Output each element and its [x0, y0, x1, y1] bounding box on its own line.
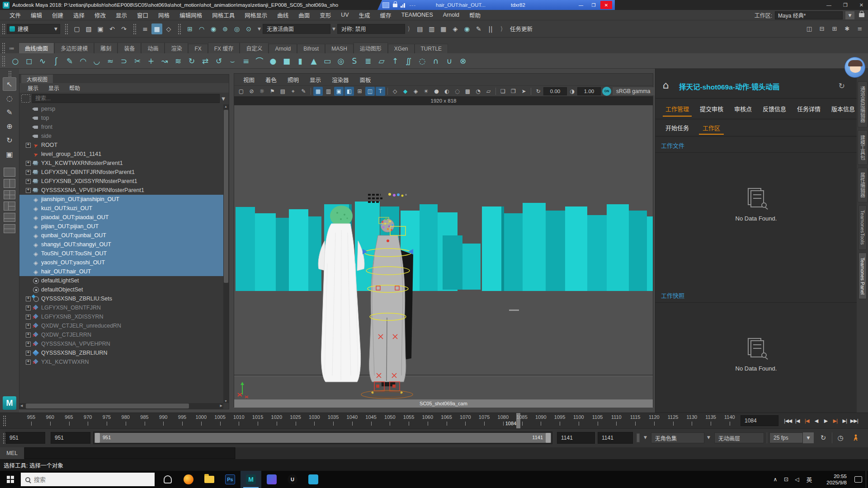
menu-item-选择[interactable]: 选择 [68, 9, 90, 21]
taskbar-search-input[interactable] [34, 476, 150, 483]
start-button[interactable] [0, 471, 21, 488]
select-tool-icon[interactable]: ↖ [3, 77, 16, 91]
snapshot-copy-icon[interactable]: ❏ [498, 87, 508, 96]
expand-icon[interactable] [26, 360, 31, 365]
drag-handle[interactable] [65, 23, 68, 34]
animation-preferences-icon[interactable] [850, 432, 862, 443]
layout-preset-button-5[interactable] [4, 213, 15, 222]
render-view-icon[interactable]: ▤ [415, 23, 425, 34]
layout-preset-button-4[interactable] [4, 202, 15, 211]
outliner-menu-展示[interactable]: 展示 [23, 83, 43, 93]
revolve-icon[interactable]: S [348, 54, 361, 68]
isolate-select-icon[interactable]: ▱ [484, 87, 493, 96]
untrim-icon[interactable]: ⊗ [456, 54, 470, 68]
playback-loop-icon[interactable]: ↻ [817, 432, 829, 443]
nurbs-circle-icon[interactable]: ○ [9, 54, 22, 68]
viewport-menu-照明[interactable]: 照明 [282, 74, 304, 85]
select-camera-icon[interactable]: ▢ [236, 87, 246, 96]
drag-handle[interactable] [133, 23, 136, 34]
menu-item-修改[interactable]: 修改 [90, 9, 111, 21]
expand-icon[interactable] [26, 296, 31, 301]
expand-icon[interactable] [26, 342, 31, 347]
outliner-item[interactable]: ◈hair_OUT:hair_OUT [19, 267, 223, 276]
expand-icon[interactable] [26, 188, 31, 193]
extend-curve-icon[interactable]: ↝ [158, 54, 171, 68]
subtab-开始任务[interactable]: 开始任务 [661, 121, 693, 134]
lasso-tool-icon[interactable]: ◌ [3, 91, 16, 105]
outliner-item[interactable]: LGFYXSNB_XDISSYRN [19, 312, 223, 321]
drag-handle[interactable] [178, 23, 181, 34]
nurbs-cone-icon[interactable]: ▲ [307, 54, 321, 68]
arc-2pt-icon[interactable]: ◡ [90, 54, 104, 68]
expand-icon[interactable] [26, 143, 31, 148]
extrude-icon[interactable]: ↑ [388, 54, 402, 68]
layout-preset-button-1[interactable] [4, 168, 15, 177]
rotate-tool-icon[interactable]: ↻ [3, 133, 16, 147]
viewport-menu-视图[interactable]: 视图 [238, 74, 260, 85]
outliner-item[interactable]: front [19, 122, 223, 131]
xray-icon[interactable]: ◔ [473, 87, 483, 96]
outliner-menu-帮助[interactable]: 帮助 [65, 83, 85, 93]
go-to-end-button[interactable]: ▶▶| [849, 415, 859, 427]
pencil-curve-icon[interactable]: ✎ [63, 54, 76, 68]
shelf-tab-Arnold[interactable]: Arnold [269, 44, 297, 53]
workspace-dropdown-icon[interactable]: ▼ [845, 11, 854, 19]
safe-action-icon[interactable]: ◫ [365, 87, 375, 96]
nurbs-square-icon[interactable]: ◻ [22, 54, 36, 68]
fps-select[interactable]: 25 fps [769, 432, 803, 443]
shelf-tab-FX 缓存[interactable]: FX 缓存 [208, 42, 240, 53]
outliner-item[interactable]: LGFYXSN_OBNTFJRNfosterParent1 [19, 168, 223, 177]
exposure-icon[interactable]: ↻ [533, 87, 543, 96]
outliner-item[interactable]: ◈piaodai_OUT:piaodai_OUT [19, 213, 223, 222]
snap-grid-icon[interactable]: ⊞ [184, 23, 195, 34]
outliner-item[interactable]: ◈qunbai_OUT:qunbai_OUT [19, 231, 223, 240]
outliner-item[interactable]: ◈pijian_OUT:pijian_OUT [19, 222, 223, 231]
home-icon[interactable]: ⌂ [663, 80, 669, 91]
channel-box-toggle-icon[interactable]: ⊞ [829, 23, 840, 34]
grease-pencil-icon[interactable]: ✎ [299, 87, 308, 96]
show-desktop-button[interactable] [866, 471, 868, 488]
range-end-handle[interactable] [546, 433, 551, 443]
browser-app-icon[interactable] [178, 471, 199, 488]
menu-item-缓存[interactable]: 缓存 [375, 9, 396, 21]
expand-icon[interactable] [26, 161, 31, 166]
expand-icon[interactable] [26, 324, 31, 328]
menu-item-曲面[interactable]: 曲面 [293, 9, 315, 21]
bg-minimize-button[interactable]: — [575, 1, 587, 9]
volume-icon[interactable]: ◁ [792, 471, 802, 488]
shelf-tab-TURTLE[interactable]: TURTLE [415, 44, 448, 53]
surface-dropdown-icon[interactable]: ▼ [332, 27, 335, 31]
step-forward-frame-button[interactable]: ▶| [840, 415, 849, 427]
outliner-horizontal-scrollbar[interactable] [19, 403, 223, 409]
intersect-icon[interactable]: ∩ [429, 54, 443, 68]
shelf-tab-XGen[interactable]: XGen [388, 44, 415, 53]
wireframe-icon[interactable]: ◇ [390, 87, 400, 96]
maya-app-icon[interactable]: M [241, 471, 261, 488]
notification-app-icon[interactable] [157, 471, 178, 488]
select-hierarchy-icon[interactable]: ≡ [140, 23, 151, 34]
make-live-icon[interactable]: ⊙ [243, 23, 254, 34]
shadows-icon[interactable]: ● [432, 87, 441, 96]
open-scene-icon[interactable]: ▧ [83, 23, 94, 34]
layout-preset-button-3[interactable] [4, 190, 15, 199]
menu-item-UV[interactable]: UV [336, 10, 354, 19]
boundary-icon[interactable]: ◌ [415, 54, 429, 68]
dock-tab-建模工具包[interactable]: 建模工具包 [858, 130, 868, 165]
menu-item-生成[interactable]: 生成 [354, 9, 375, 21]
active-surface-field[interactable]: 无激活曲面 [263, 24, 330, 34]
current-frame-field[interactable]: 1084 [741, 415, 778, 426]
resolution-gate-icon[interactable]: ▣ [334, 87, 344, 96]
outliner-item[interactable]: ◈TouShi_OUT:TouShi_OUT [19, 249, 223, 258]
camera-name-bar[interactable]: SC05_shot069a_cam [234, 399, 653, 408]
shelf-tab-渲染[interactable]: 渲染 [165, 42, 188, 53]
outliner-item[interactable]: QYSSSXSNA_VPVEHPRNfosterParent1 [19, 186, 223, 195]
planar-icon[interactable]: ▱ [375, 54, 388, 68]
outliner-search-input[interactable] [32, 94, 220, 103]
annotate-icon[interactable]: ➤ [519, 87, 528, 96]
undo-icon[interactable]: ↶ [107, 23, 118, 34]
tab-审核点[interactable]: 审核点 [730, 102, 756, 116]
shelf-menu-icon[interactable]: ≔ [8, 45, 16, 52]
step-back-frame-button[interactable]: |◀ [793, 415, 802, 427]
refresh-icon[interactable]: ↻ [839, 81, 845, 90]
snap-view-plane-icon[interactable]: ◎ [231, 23, 242, 34]
